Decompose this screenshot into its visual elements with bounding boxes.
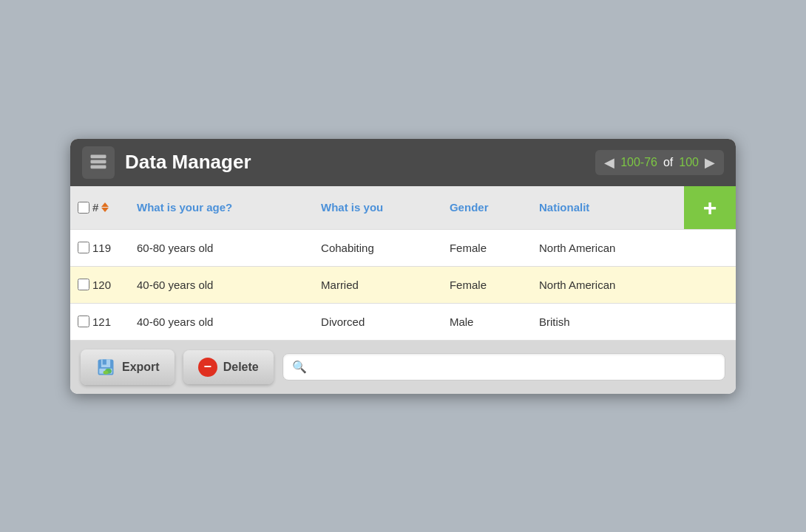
table-header-row: # What is your age? What is you [70,186,736,230]
add-icon: + [703,196,717,219]
app-container: Data Manager ◀ 100-76 of 100 ▶ # [70,139,736,394]
pagination: ◀ 100-76 of 100 ▶ [595,150,724,175]
table-body: 119 60-80 years old Cohabiting Female No… [70,229,736,340]
cell-action [684,303,736,340]
search-box: 🔍 [282,353,725,381]
table-row: 120 40-60 years old Married Female North… [70,266,736,303]
data-table: # What is your age? What is you [70,186,736,341]
row-checkbox[interactable] [78,316,89,327]
status-col-label: What is you [321,201,383,214]
row-id: 121 [92,316,111,328]
sort-up-arrow [101,202,109,207]
col-status-header: What is you [314,186,442,230]
col-num-header: # [70,186,129,230]
cell-gender: Male [442,303,532,340]
cell-action [684,266,736,303]
footer: Export − Delete 🔍 [70,341,736,394]
gender-col-label: Gender [450,201,489,214]
num-col-label: # [92,201,98,214]
delete-label: Delete [223,361,259,374]
header: Data Manager ◀ 100-76 of 100 ▶ [70,139,736,186]
select-all-checkbox[interactable] [78,202,89,214]
cell-nationality: North American [532,229,684,266]
search-icon: 🔍 [292,360,307,374]
sort-down-arrow [101,208,109,212]
cell-nationality: British [532,303,684,340]
cell-age: 60-80 years old [129,229,314,266]
add-btn-cell: + [684,186,736,230]
col-nationality-header: Nationalit [532,186,684,230]
row-id: 120 [92,279,111,291]
row-checkbox[interactable] [78,242,89,253]
prev-page-button[interactable]: ◀ [604,154,614,171]
row-id: 119 [92,242,111,254]
nationality-col-label: Nationalit [539,201,589,214]
table-row: 119 60-80 years old Cohabiting Female No… [70,229,736,266]
cell-status: Married [314,266,442,303]
svg-rect-1 [91,160,106,163]
cell-age: 40-60 years old [129,303,314,340]
cell-action [684,229,736,266]
cell-age: 40-60 years old [129,266,314,303]
cell-gender: Female [442,266,532,303]
cell-num: 119 [70,229,129,266]
cell-status: Divorced [314,303,442,340]
export-icon [95,357,116,378]
cell-nationality: North American [532,266,684,303]
add-record-button[interactable]: + [684,186,736,229]
col-gender-header: Gender [442,186,532,230]
table-wrapper: # What is your age? What is you [70,186,736,341]
col-age-header: What is your age? [129,186,314,230]
pagination-of-label: of [663,156,673,169]
pagination-range: 100-76 [620,156,657,169]
cell-num: 120 [70,266,129,303]
cell-status: Cohabiting [314,229,442,266]
table-row: 121 40-60 years old Divorced Male Britis… [70,303,736,340]
svg-rect-0 [91,154,106,158]
cell-gender: Female [442,229,532,266]
svg-rect-2 [91,165,106,168]
next-page-button[interactable]: ▶ [705,154,715,171]
cell-num: 121 [70,303,129,340]
row-checkbox[interactable] [78,279,89,290]
svg-rect-5 [103,359,106,364]
database-icon [88,152,109,173]
sort-arrows [101,202,109,212]
export-label: Export [122,361,160,374]
delete-icon: − [198,358,217,377]
age-col-label: What is your age? [137,201,232,214]
svg-point-8 [104,370,109,374]
search-input[interactable] [313,361,716,373]
export-button[interactable]: Export [81,349,175,385]
pagination-total: 100 [679,156,699,169]
app-title: Data Manager [125,151,585,174]
delete-button[interactable]: − Delete [183,350,274,384]
app-icon [82,146,115,179]
